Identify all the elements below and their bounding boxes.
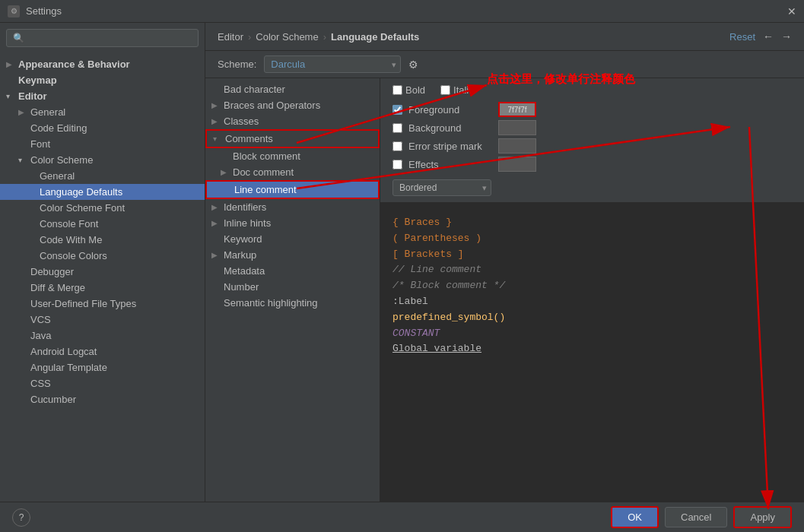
sidebar-item-console-font[interactable]: ▶ Console Font xyxy=(0,216,205,232)
close-button[interactable]: ✕ xyxy=(787,5,796,17)
sidebar-item-label: Appearance & Behavior xyxy=(18,59,130,70)
breadcrumb-editor[interactable]: Editor xyxy=(218,31,243,43)
sidebar-item-keymap[interactable]: ▶ Keymap xyxy=(0,72,205,88)
sidebar-item-font[interactable]: ▶ Font xyxy=(0,136,205,152)
foreground-label: Foreground xyxy=(408,104,492,116)
sidebar-item-label: Java xyxy=(30,330,51,341)
breadcrumb-colorscheme[interactable]: Color Scheme xyxy=(256,31,318,43)
preview-line-brackets: [ Brackets ] xyxy=(392,247,792,263)
bold-check[interactable]: Bold xyxy=(392,84,425,96)
preview-line-comment: // Line comment xyxy=(392,262,792,278)
error-stripe-color-box[interactable] xyxy=(498,138,536,154)
help-button[interactable]: ? xyxy=(12,508,30,527)
gear-button[interactable]: ⚙ xyxy=(408,59,418,71)
sidebar-item-color-scheme-font[interactable]: ▶ Color Scheme Font xyxy=(0,200,205,216)
sidebar-item-language-defaults[interactable]: ▶ Language Defaults xyxy=(0,184,205,200)
style-attributes: Bold Italic Foreground xyxy=(380,78,804,203)
node-label: Line comment xyxy=(234,184,297,195)
reset-button[interactable]: Reset xyxy=(729,31,755,43)
sidebar-item-android-logcat[interactable]: ▶ Android Logcat xyxy=(0,344,205,359)
node-keyword[interactable]: ▶ Keyword xyxy=(205,231,380,247)
sidebar-item-label: User-Defined File Types xyxy=(30,298,136,309)
node-label: Block comment xyxy=(233,150,300,162)
node-doc-comment[interactable]: ▶ Doc comment xyxy=(205,164,380,180)
node-bad-character[interactable]: ▶ Bad character xyxy=(205,81,380,97)
sidebar-item-debugger[interactable]: ▶ Debugger xyxy=(0,264,205,280)
sidebar-item-code-editing[interactable]: ▶ Code Editing xyxy=(0,120,205,136)
sidebar-item-console-colors[interactable]: ▶ Console Colors xyxy=(0,248,205,264)
node-inline-hints[interactable]: ▶ Inline hints xyxy=(205,215,380,231)
ok-button[interactable]: OK xyxy=(611,506,659,528)
sidebar-item-general[interactable]: ▶ General xyxy=(0,104,205,120)
node-markup[interactable]: ▶ Markup xyxy=(205,247,380,263)
node-semantic[interactable]: ▶ Semantic highlighting xyxy=(205,295,380,311)
cancel-button[interactable]: Cancel xyxy=(665,507,727,527)
arrow-icon: ▶ xyxy=(221,168,230,176)
apply-button[interactable]: Apply xyxy=(733,506,792,528)
effects-color-box[interactable] xyxy=(498,157,536,172)
sidebar-item-editor[interactable]: ▾ Editor xyxy=(0,88,205,104)
arrow-icon: ▶ xyxy=(211,203,221,211)
effects-checkbox[interactable] xyxy=(392,160,402,169)
breadcrumb-langdefaults[interactable]: Language Defaults xyxy=(331,31,419,43)
effects-type-wrapper: Bordered Underscored Bold underscored Un… xyxy=(392,179,491,196)
node-braces[interactable]: ▶ Braces and Operators xyxy=(205,97,380,113)
node-comments[interactable]: ▾ Comments xyxy=(205,129,380,148)
node-line-comment[interactable]: ▶ Line comment xyxy=(205,180,380,199)
italic-checkbox[interactable] xyxy=(440,85,450,95)
sidebar-item-user-defined[interactable]: ▶ User-Defined File Types xyxy=(0,296,205,312)
forward-button[interactable]: → xyxy=(781,30,792,43)
sidebar-item-diff-merge[interactable]: ▶ Diff & Merge xyxy=(0,280,205,296)
sidebar-item-label: Editor xyxy=(18,90,47,102)
sidebar-item-css[interactable]: ▶ CSS xyxy=(0,375,205,391)
bold-checkbox[interactable] xyxy=(392,85,402,95)
node-metadata[interactable]: ▶ Metadata xyxy=(205,263,380,279)
preview-line-parens: ( Parentheses ) xyxy=(392,231,792,247)
background-color-box[interactable] xyxy=(498,120,536,135)
preview-block-comment: /* Block comment */ xyxy=(392,278,792,294)
error-stripe-checkbox[interactable] xyxy=(392,141,402,151)
sidebar-item-label: Angular Template xyxy=(30,362,107,373)
effects-type-select[interactable]: Bordered Underscored Bold underscored Un… xyxy=(392,179,491,196)
sidebar-item-color-general[interactable]: ▶ General xyxy=(0,168,205,184)
foreground-color-box[interactable]: 7f7f7f xyxy=(498,102,536,117)
search-input[interactable] xyxy=(6,29,199,47)
arrow-icon: ▶ xyxy=(211,251,221,259)
main-panel: Editor › Color Scheme › Language Default… xyxy=(205,23,804,502)
sidebar-item-vcs[interactable]: ▶ VCS xyxy=(0,312,205,328)
breadcrumb-sep1: › xyxy=(248,31,251,43)
node-classes[interactable]: ▶ Classes xyxy=(205,113,380,129)
node-block-comment[interactable]: ▶ Block comment xyxy=(205,148,380,164)
node-label: Doc comment xyxy=(233,166,294,178)
node-label: Bad character xyxy=(224,84,285,95)
sidebar-item-angular[interactable]: ▶ Angular Template xyxy=(0,359,205,375)
sidebar-item-label: Console Colors xyxy=(40,250,107,261)
sidebar-item-appearance[interactable]: ▶ Appearance & Behavior xyxy=(0,56,205,72)
arrow-icon: ▶ xyxy=(211,117,221,125)
preview-line-braces: { Braces } xyxy=(392,215,792,231)
arrow-icon: ▾ xyxy=(18,156,27,164)
sidebar-item-cucumber[interactable]: ▶ Cucumber xyxy=(0,391,205,407)
back-button[interactable]: ← xyxy=(763,30,774,43)
node-identifiers[interactable]: ▶ Identifiers xyxy=(205,199,380,215)
sidebar-item-code-with-me[interactable]: ▶ Code With Me xyxy=(0,232,205,248)
node-label: Inline hints xyxy=(224,217,271,229)
background-checkbox[interactable] xyxy=(392,123,402,133)
node-number[interactable]: ▶ Number xyxy=(205,279,380,295)
sidebar-item-java[interactable]: ▶ Java xyxy=(0,328,205,344)
split-area: ▶ Bad character ▶ Braces and Operators ▶… xyxy=(205,78,804,502)
node-label: Semantic highlighting xyxy=(224,297,318,309)
sidebar-item-color-scheme[interactable]: ▾ Color Scheme xyxy=(0,152,205,168)
italic-label: Italic xyxy=(453,84,474,96)
preview-constant: CONSTANT xyxy=(392,326,792,342)
error-stripe-row: Error stripe mark xyxy=(392,138,792,154)
foreground-checkbox[interactable] xyxy=(392,105,402,115)
scheme-select[interactable]: Darcula Default High contrast xyxy=(264,55,401,73)
node-label: Keyword xyxy=(224,233,262,245)
app-icon: ⚙ xyxy=(8,5,20,17)
node-label: Braces and Operators xyxy=(224,100,320,111)
effects-label: Effects xyxy=(408,159,492,170)
node-label: Classes xyxy=(224,116,259,127)
options-panel: Bold Italic Foreground xyxy=(380,78,804,502)
italic-check[interactable]: Italic xyxy=(440,84,474,96)
